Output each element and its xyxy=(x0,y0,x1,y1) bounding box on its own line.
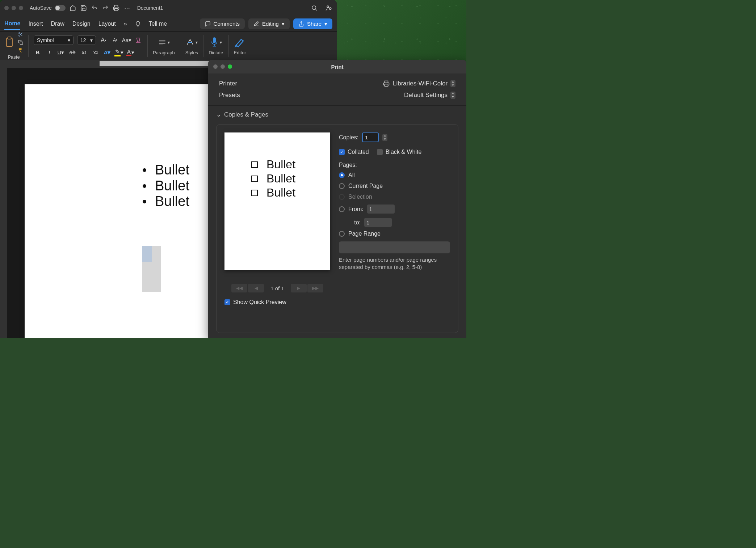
tab-more[interactable]: » xyxy=(124,18,127,29)
checkbox-icon xyxy=(377,149,383,155)
tab-insert[interactable]: Insert xyxy=(28,18,43,29)
to-input[interactable] xyxy=(364,218,392,227)
titlebar: AutoSave ⋯ Document1 xyxy=(0,0,337,16)
vertical-ruler[interactable] xyxy=(0,68,7,338)
editor-group[interactable]: Editor xyxy=(234,36,246,55)
redo-icon[interactable] xyxy=(102,4,109,12)
strikethrough-button[interactable]: ab xyxy=(68,49,76,56)
radio-current[interactable]: Current Page xyxy=(339,183,450,189)
presets-select[interactable]: Default Settings ▲▼ xyxy=(404,92,455,99)
dictate-group[interactable]: ▾ Dictate xyxy=(209,36,223,55)
clear-format-icon[interactable] xyxy=(134,36,142,44)
collated-checkbox[interactable]: ✓ Collated xyxy=(339,149,369,155)
share-button[interactable]: Share ▾ xyxy=(293,18,332,29)
svg-rect-7 xyxy=(20,42,23,45)
editing-button[interactable]: Editing ▾ xyxy=(248,18,290,29)
increase-font-icon[interactable]: A▴ xyxy=(100,36,108,44)
tab-layout[interactable]: Layout xyxy=(98,18,116,29)
format-painter-icon[interactable] xyxy=(18,48,23,53)
toggle-icon[interactable] xyxy=(55,5,66,11)
copies-input[interactable] xyxy=(362,132,379,142)
close-icon[interactable] xyxy=(4,6,9,10)
undo-icon[interactable] xyxy=(91,4,98,12)
window-traffic-lights[interactable] xyxy=(4,6,23,10)
print-preview: Bullet Bullet Bullet xyxy=(224,132,330,270)
save-icon[interactable] xyxy=(80,4,87,12)
change-case-icon[interactable]: Aa▾ xyxy=(123,36,131,44)
printer-label: Printer xyxy=(219,80,237,87)
updown-icon[interactable]: ▲▼ xyxy=(450,92,455,99)
show-preview-checkbox[interactable]: ✓ Show Quick Preview xyxy=(224,299,286,305)
radio-all[interactable]: All xyxy=(339,172,450,178)
bullet-icon xyxy=(143,200,146,203)
copy-icon[interactable] xyxy=(18,40,23,45)
radio-icon xyxy=(339,194,345,200)
cut-icon[interactable] xyxy=(18,32,23,37)
radio-from[interactable]: From: xyxy=(339,205,450,214)
underline-button[interactable]: U▾ xyxy=(57,49,65,56)
text-effects-icon[interactable]: A▾ xyxy=(103,49,111,56)
account-icon[interactable] xyxy=(325,4,332,12)
updown-icon[interactable]: ▲▼ xyxy=(450,80,455,87)
print-icon[interactable] xyxy=(113,4,120,12)
tab-tellme[interactable]: Tell me xyxy=(149,18,167,29)
highlight-icon[interactable]: ✎▾ xyxy=(115,49,123,56)
font-size-select[interactable]: 12▾ xyxy=(77,35,96,45)
last-page-button[interactable]: ▶▶ xyxy=(307,284,323,292)
svg-rect-8 xyxy=(213,38,215,43)
prev-page-button[interactable]: ◀ xyxy=(248,284,264,292)
tab-design[interactable]: Design xyxy=(72,18,91,29)
tab-home[interactable]: Home xyxy=(4,18,20,30)
styles-group[interactable]: ▾ Styles xyxy=(185,36,198,55)
copies-stepper[interactable]: ▲▼ xyxy=(382,134,387,141)
dialog-titlebar[interactable]: Print xyxy=(208,60,466,73)
font-color-icon[interactable]: A▾ xyxy=(126,49,134,56)
paragraph-group[interactable]: ▾ Paragraph xyxy=(153,36,175,55)
presets-label: Presets xyxy=(219,92,240,99)
next-page-button[interactable]: ▶ xyxy=(291,284,307,292)
subscript-button[interactable]: x2 xyxy=(80,49,88,56)
paragraph-icon: ▾ xyxy=(158,36,170,49)
paste-group[interactable]: Paste xyxy=(4,32,23,60)
zoom-icon[interactable] xyxy=(19,6,23,10)
search-icon[interactable] xyxy=(311,4,318,12)
printer-select[interactable]: Libraries-WiFi-Color ▲▼ xyxy=(383,80,455,87)
decrease-font-icon[interactable]: A▾ xyxy=(111,36,119,44)
range-input[interactable] xyxy=(339,241,450,253)
pages-label: Pages: xyxy=(339,162,450,168)
svg-rect-4 xyxy=(8,37,11,39)
editor-label: Editor xyxy=(234,50,246,55)
radio-selection: Selection xyxy=(339,194,450,200)
styles-icon: ▾ xyxy=(185,36,198,49)
more-icon[interactable]: ⋯ xyxy=(123,4,131,12)
checkbox-icon: ✓ xyxy=(339,149,345,155)
range-hint: Enter page numbers and/or page ranges se… xyxy=(339,256,450,271)
comments-button[interactable]: Comments xyxy=(200,18,245,29)
radio-range[interactable]: Page Range xyxy=(339,231,450,237)
print-dialog: Print Printer Libraries-WiFi-Color ▲▼ Pr… xyxy=(208,60,466,338)
paste-label: Paste xyxy=(8,54,20,60)
font-name-select[interactable]: Symbol▾ xyxy=(34,35,74,45)
home-icon[interactable] xyxy=(69,4,76,12)
tab-draw[interactable]: Draw xyxy=(51,18,64,29)
styles-label: Styles xyxy=(185,50,198,55)
lightbulb-icon xyxy=(135,21,141,27)
minimize-icon[interactable] xyxy=(12,6,16,10)
preview-bullet-row: Bullet xyxy=(235,186,319,199)
superscript-button[interactable]: x2 xyxy=(92,49,100,56)
svg-point-1 xyxy=(327,6,329,8)
bullet-icon xyxy=(143,184,146,188)
svg-rect-3 xyxy=(7,38,12,47)
bw-checkbox[interactable]: Black & White xyxy=(377,149,422,155)
selection-highlight xyxy=(142,246,152,262)
autosave-toggle[interactable]: AutoSave xyxy=(30,5,66,11)
bold-button[interactable]: B xyxy=(34,49,42,56)
first-page-button[interactable]: ◀◀ xyxy=(231,284,247,292)
italic-button[interactable]: I xyxy=(45,49,53,56)
bullet-box-icon xyxy=(251,161,258,168)
checkbox-icon: ✓ xyxy=(224,299,230,305)
copies-pages-header[interactable]: ⌄ Copies & Pages xyxy=(216,111,458,118)
dialog-title: Print xyxy=(208,64,466,70)
from-input[interactable] xyxy=(367,205,395,214)
ribbon: Paste Symbol▾ 12▾ A▴ A▾ Aa▾ B I U▾ ab x2… xyxy=(0,32,337,60)
